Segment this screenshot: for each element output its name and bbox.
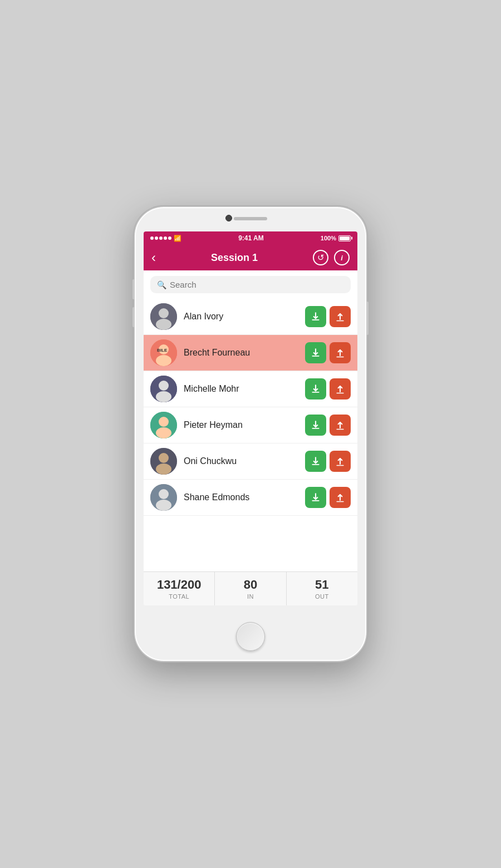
check-in-button[interactable] <box>305 451 326 472</box>
person-name: Brecht Fourneau <box>184 348 298 358</box>
download-icon <box>310 456 321 467</box>
svg-point-24 <box>156 427 171 438</box>
svg-rect-35 <box>336 465 343 466</box>
total-value: 131/200 <box>157 578 202 592</box>
svg-point-2 <box>156 319 171 330</box>
upload-icon <box>335 311 346 322</box>
home-button[interactable] <box>236 622 265 651</box>
nav-bar: ‹ Session 1 ↺ i <box>144 245 357 270</box>
avatar <box>150 303 177 330</box>
svg-point-1 <box>159 308 169 318</box>
back-button[interactable]: ‹ <box>151 250 156 265</box>
check-in-button[interactable] <box>305 342 326 363</box>
stats-bar: 131/200 TOTAL 80 IN 51 OUT <box>144 571 357 605</box>
nav-icons: ↺ i <box>313 250 350 265</box>
action-buttons <box>305 415 351 436</box>
svg-point-30 <box>159 453 169 463</box>
status-left: 📶 <box>150 235 181 242</box>
avatar <box>150 484 177 511</box>
check-out-button[interactable] <box>330 306 351 327</box>
phone-screen: 📶 9:41 AM 100% ‹ Session 1 ↺ i <box>144 231 357 605</box>
person-name: Michelle Mohr <box>184 384 298 394</box>
total-label: TOTAL <box>169 593 189 600</box>
download-icon <box>310 383 321 394</box>
check-out-button[interactable] <box>330 451 351 472</box>
status-time: 9:41 AM <box>238 234 264 242</box>
brecht-avatar-svg: BILE <box>150 339 177 366</box>
list-item: Alan Ivory <box>144 299 357 335</box>
stat-in: 80 IN <box>215 572 286 605</box>
check-in-button[interactable] <box>305 487 326 508</box>
svg-point-38 <box>156 500 171 511</box>
svg-point-16 <box>159 381 169 391</box>
svg-rect-42 <box>336 501 343 502</box>
svg-rect-21 <box>336 393 343 394</box>
check-out-button[interactable] <box>330 378 351 400</box>
upload-icon <box>335 456 346 467</box>
upload-icon <box>335 492 346 503</box>
person-name: Oni Chuckwu <box>184 456 298 466</box>
action-buttons <box>305 378 351 400</box>
in-value: 80 <box>244 578 257 592</box>
check-in-button[interactable] <box>305 306 326 327</box>
reset-button[interactable]: ↺ <box>313 250 328 265</box>
avatar <box>150 448 177 475</box>
check-in-button[interactable] <box>305 378 326 400</box>
svg-rect-6 <box>336 320 343 322</box>
shane-avatar-svg <box>150 484 177 511</box>
status-right: 100% <box>321 235 351 241</box>
phone-volume-down <box>132 307 135 327</box>
check-out-button[interactable] <box>330 342 351 363</box>
list-item: BILE Brecht Fourneau <box>144 335 357 371</box>
phone-frame: 📶 9:41 AM 100% ‹ Session 1 ↺ i <box>134 206 367 662</box>
svg-rect-26 <box>312 428 319 429</box>
svg-point-17 <box>156 391 171 402</box>
search-bar: 🔍 <box>150 276 351 293</box>
phone-camera <box>225 215 232 221</box>
check-out-button[interactable] <box>330 415 351 436</box>
download-icon <box>310 420 321 431</box>
download-icon <box>310 347 321 358</box>
list-item: Pieter Heyman <box>144 407 357 443</box>
svg-point-23 <box>159 417 169 427</box>
avatar <box>150 376 177 402</box>
svg-rect-12 <box>312 356 319 357</box>
check-out-button[interactable] <box>330 487 351 508</box>
in-label: IN <box>247 593 254 600</box>
search-icon: 🔍 <box>157 280 166 289</box>
svg-point-31 <box>156 463 171 475</box>
stat-total: 131/200 TOTAL <box>144 572 215 605</box>
list-item: Michelle Mohr <box>144 371 357 407</box>
action-buttons <box>305 451 351 472</box>
phone-volume-up <box>132 279 135 299</box>
svg-point-37 <box>159 489 169 499</box>
action-buttons <box>305 306 351 327</box>
search-input[interactable] <box>170 280 344 289</box>
svg-rect-40 <box>312 500 319 501</box>
person-name: Alan Ivory <box>184 312 298 322</box>
battery-fill <box>340 236 350 240</box>
info-button[interactable]: i <box>334 250 350 265</box>
battery-icon <box>338 235 351 241</box>
action-buttons <box>305 487 351 508</box>
svg-text:BILE: BILE <box>157 348 168 353</box>
signal-dots <box>150 236 171 240</box>
check-in-button[interactable] <box>305 415 326 436</box>
out-value: 51 <box>315 578 328 592</box>
stat-out: 51 OUT <box>287 572 357 605</box>
svg-point-9 <box>156 355 171 366</box>
out-label: OUT <box>315 593 329 600</box>
download-icon <box>310 492 321 503</box>
info-icon: i <box>341 254 343 262</box>
upload-icon <box>335 383 346 394</box>
phone-power <box>366 302 369 335</box>
person-name: Shane Edmonds <box>184 492 298 502</box>
svg-rect-4 <box>312 319 319 320</box>
action-buttons <box>305 342 351 363</box>
reset-icon: ↺ <box>317 253 325 263</box>
svg-rect-14 <box>336 357 343 358</box>
michelle-avatar-svg <box>150 376 177 402</box>
nav-title: Session 1 <box>156 252 313 264</box>
svg-rect-33 <box>312 464 319 465</box>
upload-icon <box>335 347 346 358</box>
